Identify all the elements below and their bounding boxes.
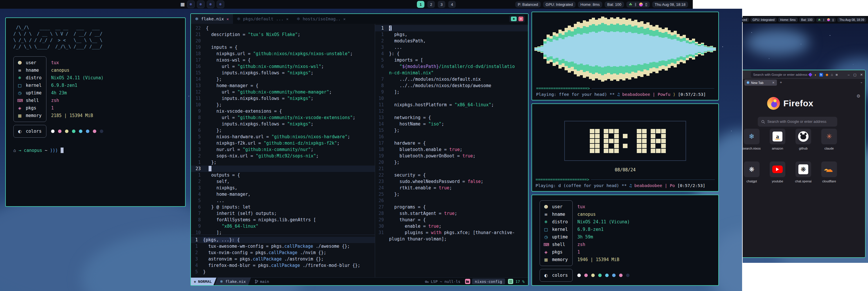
shortcut-amazon[interactable]: aamazon (769, 129, 786, 150)
gear-icon[interactable]: ⚙ (857, 93, 861, 99)
shortcut-row: ❋chatgptyoutube❋chat.openai☁☁cloudflare (743, 162, 846, 183)
code-line: 6 } @ inputs: let (191, 204, 375, 210)
close-button[interactable]: ✕ (519, 17, 523, 21)
search-input[interactable]: Search with Google or enter address (758, 117, 837, 127)
code-line: 6 }; (191, 127, 375, 134)
bitwarden-icon[interactable]: b (819, 73, 823, 77)
window-controls: – ▢ ✕ (848, 70, 863, 79)
extensions-icon[interactable]: ⌂ (831, 72, 833, 77)
mode-label: NORMAL (198, 280, 212, 284)
palette-dot (619, 273, 623, 277)
minimize-button[interactable] (511, 17, 517, 21)
tab-new-tab[interactable]: New Tab ✕ (744, 80, 777, 86)
tab-close-icon[interactable]: ✕ (286, 17, 288, 21)
extension-crescent-icon[interactable]: ◗ (814, 72, 817, 77)
code-line: 1 pkgs, (375, 31, 528, 38)
app-icon[interactable]: ❄ (217, 1, 224, 8)
code-line: 11 nixpkgs.hostPlatform = "x86_64-linux"… (375, 101, 528, 108)
shortcut-cloudflare[interactable]: ☁☁cloudflare (820, 162, 838, 183)
fetch-value: 1946 | 15394 MiB (577, 256, 630, 263)
app-icon[interactable]: ❄ (207, 1, 214, 8)
clock-digit (651, 129, 666, 153)
code-line: 18 bluetooth.enable = true; (375, 146, 528, 153)
workspace-2[interactable]: 2 (427, 1, 435, 8)
cloudflare-icon: ☁☁ (821, 162, 837, 177)
separator-text: =====================> (536, 86, 590, 91)
editor-tab-flake-nix[interactable]: ❄flake.nix✕ (191, 14, 233, 24)
new-tab-button[interactable]: + (780, 80, 782, 85)
code-line: 2 self, (191, 178, 375, 185)
status-pill: Bat: 100 (604, 1, 624, 7)
editor-tab-hosts-isoImag-[interactable]: ❄hosts/isoImag..✕ (292, 14, 349, 24)
shortcut-label: chatgpt (746, 179, 757, 183)
tab-close-icon[interactable]: ✕ (226, 17, 229, 21)
extension-icons: ◗ b ◆ ⌂ ≡ (809, 70, 838, 79)
shortcut-search.nixos[interactable]: ❄search.nixos (743, 129, 761, 150)
fetch-label: distro (26, 75, 41, 81)
nix-snowflake-icon: ❄ (297, 17, 300, 21)
shell-prompt[interactable]: ⌂ → canopus ~ ))) (13, 148, 178, 153)
shortcut-youtube[interactable]: youtube (769, 162, 786, 183)
neovim-window[interactable]: ❄flake.nix✕❄pkgs/default ...✕❄hosts/isoI… (190, 13, 529, 286)
workspace-4[interactable]: 4 (448, 1, 456, 8)
pane-iso-image[interactable]: 1{1 pkgs,2 modulesPath,3 ...4}: {5 impor… (375, 24, 528, 278)
code-line: 4 nixpkgs-f2k.url = "github:moni-dz/nixp… (191, 140, 375, 146)
editor-panes: 22{21 description = "tux's NixOS Flake";… (191, 24, 528, 278)
metamask-icon[interactable]: ◆ (826, 72, 828, 77)
fetch-value: 4h 23m (51, 89, 103, 97)
new-tab-page: ⚙ Firefox Search with Google or enter ad… (743, 87, 865, 257)
list-icon (508, 279, 513, 284)
shortcut-chatgpt[interactable]: ❋chatgpt (743, 162, 761, 183)
code-line: 27 programs = { (375, 204, 528, 210)
palette-icon: ◐ (544, 273, 549, 278)
firefox-wordmark: Firefox (783, 98, 813, 108)
code-line: 29 thunar = { (375, 217, 528, 223)
palette-dot (577, 273, 581, 277)
tab-close-icon[interactable]: ✕ (343, 17, 345, 21)
code-line: 13 networking = { (375, 114, 528, 121)
nix-icon: ❄ (744, 129, 760, 144)
code-line: 7 inputs.nixpkgs.follows = "nixpkgs"; (191, 121, 375, 127)
tab-favicon (747, 81, 749, 84)
tab-close-icon[interactable]: ✕ (772, 81, 775, 84)
editor-tab-pkgs-default-[interactable]: ❄pkgs/default ...✕ (233, 14, 293, 24)
shortcut-claude[interactable]: ✳claude (820, 129, 838, 150)
shortcut-chat.openai[interactable]: ❋chat.openai (795, 162, 812, 183)
pane-pkgs-default[interactable]: 1{pkgs, ...}: {1 tux-awesome-wm-config =… (191, 235, 375, 278)
fetch-value: canopus (577, 210, 630, 218)
maximize-button[interactable]: ▢ (853, 73, 856, 77)
layout-grid-icon[interactable]: ▦ (181, 2, 185, 7)
tab-list-chevron[interactable]: ⌄ (860, 80, 863, 84)
address-bar[interactable]: Search with Google or enter address (751, 71, 811, 78)
music-note-icon: ♫ (617, 92, 622, 97)
terminal-cava[interactable]: =====================> Playing: ffee for… (531, 11, 719, 100)
shortcut-label: youtube (772, 179, 783, 183)
audio-visualizer (534, 14, 716, 85)
app-icon[interactable]: ❄ (197, 1, 205, 8)
pane-flake-nix[interactable]: 22{21 description = "tux's NixOS Flake";… (191, 24, 375, 235)
code-line: 10 ]; (191, 229, 375, 235)
plasma-icon[interactable] (639, 3, 643, 6)
terminal-clock[interactable]: 08/08/24 =====================> Playing:… (531, 104, 719, 192)
terminal-fastfetch-right[interactable]: ☻user≡hname❄distro□kernel◷uptime⌨shell◈p… (531, 195, 719, 286)
code-line: 15 inputs.nixpkgs.follows = "nixpkgs"; (191, 70, 375, 76)
phone-icon[interactable]: ▯ (645, 2, 647, 6)
code-line: 10 (375, 95, 528, 101)
app-icon[interactable]: ❄ (187, 1, 195, 8)
terminal-fastfetch-left[interactable]: /\_/\ ____ __ __ ___ ___ / \ / \ / __ \ … (5, 18, 186, 207)
code-line: 5} (191, 269, 375, 275)
plant-icon[interactable]: ☘ (629, 2, 632, 7)
firefox-window[interactable]: Search with Google or enter address ◗ b … (743, 70, 866, 258)
workspace-3[interactable]: 3 (438, 1, 445, 8)
minimize-button[interactable]: – (848, 73, 849, 77)
close-button[interactable]: ✕ (860, 73, 863, 77)
fetch-label: shell (552, 242, 565, 247)
status-pill: Bat: 100 (799, 18, 815, 22)
bluetooth-icon[interactable]: ᛒ (634, 2, 637, 7)
shortcut-github[interactable]: github (795, 129, 812, 150)
extension-gem-icon[interactable] (808, 72, 812, 77)
screenshot-gap (693, 0, 742, 9)
workspace-1[interactable]: 1 (417, 1, 425, 8)
code-line: 5 nixos-hardware.url = "github:nixos/nix… (191, 134, 375, 140)
menu-icon[interactable]: ≡ (836, 72, 838, 77)
